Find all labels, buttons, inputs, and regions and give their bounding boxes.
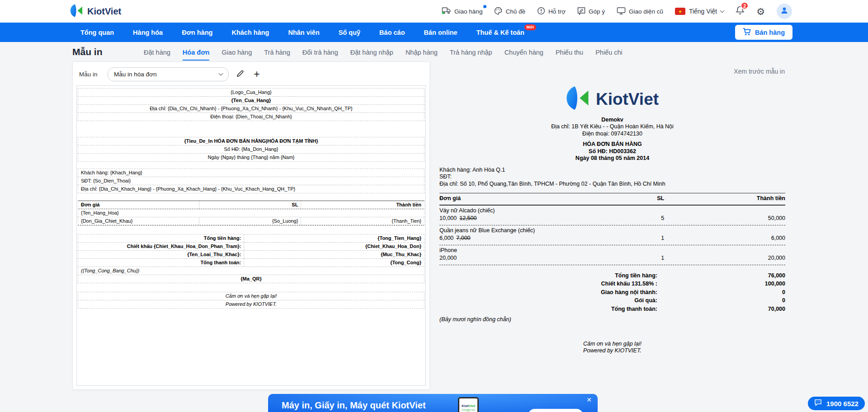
tab-trả-hàng-nhập[interactable]: Trả hàng nhập <box>450 44 492 61</box>
invoice-preview: KiotViet Demokv Địa chỉ: 1B Yết Kiêu - -… <box>439 85 785 355</box>
template-editor-card: Mẫu in Mẫu in hóa đơn + {Logo_Cua_Hang}{… <box>72 61 430 390</box>
preview-item-name: iPhone <box>439 245 785 255</box>
tab-trả-hàng[interactable]: Trả hàng <box>264 44 290 61</box>
header-link-delivery[interactable]: Giao hàng <box>442 7 482 16</box>
tab-giao-hàng[interactable]: Giao hàng <box>222 44 252 61</box>
template-cell[interactable]: Đơn giá <box>78 201 199 209</box>
template-cell[interactable]: Chiết khấu {Chiet_Khau_Hoa_Don_Phan_Tram… <box>78 243 244 250</box>
preview-thanks: Cảm ơn và hẹn gặp lại! <box>439 341 785 348</box>
tab-đặt-hàng[interactable]: Đặt hàng <box>144 44 170 61</box>
template-cell[interactable]: {Tong_Tien_Hang} <box>244 234 424 242</box>
notification-dot <box>483 5 486 8</box>
tab-đặt-hàng-nhập[interactable]: Đặt hàng nhập <box>350 44 393 61</box>
template-row[interactable]: Tổng tiền hàng:{Tong_Tien_Hang} <box>78 234 425 243</box>
template-cell[interactable]: {Thanh_Tien} <box>301 217 424 225</box>
preview-customer-address: Địa chỉ: Số 10, Phổ Quang,Tân Bình, TPHC… <box>439 181 785 188</box>
preview-label: Xem trước mẫu in <box>734 68 785 75</box>
template-row[interactable]: SĐT: {So_Dien_Thoai} <box>78 177 425 185</box>
banner-cta-button[interactable] <box>528 409 583 412</box>
language-selector[interactable]: ★ Tiếng Việt <box>675 8 724 15</box>
nav-item-orders[interactable]: Đơn hàng <box>182 29 212 36</box>
template-row[interactable]: Điện thoại: {Dien_Thoai_Chi_Nhanh} <box>78 112 425 121</box>
close-icon: ✕ <box>586 396 592 403</box>
chevron-down-icon <box>219 71 223 76</box>
vietnam-flag-icon: ★ <box>675 8 685 15</box>
notifications-button[interactable]: 2 <box>736 5 745 17</box>
template-select[interactable]: Mẫu in hóa đơn <box>108 67 229 81</box>
template-row[interactable]: {Ten_Hang_Hoa} <box>78 209 425 217</box>
template-row[interactable]: Ngày {Ngay} tháng {Thang} năm {Nam} <box>78 153 425 162</box>
template-row[interactable]: Cảm ơn và hẹn gặp lại! <box>78 292 425 300</box>
kiotviet-logo-icon <box>70 3 84 20</box>
template-row[interactable]: Powered by KIOTVIET. <box>78 300 425 309</box>
template-row[interactable]: Địa chỉ: {Dia_Chi_Khach_Hang} - {Phuong_… <box>78 185 425 193</box>
template-row[interactable]: {Logo_Cua_Hang} <box>78 88 425 97</box>
template-row[interactable]: {Ma_QR} <box>78 275 425 283</box>
kiotviet-wordmark: KiotViet <box>87 6 121 17</box>
new-badge: Mới <box>524 24 536 30</box>
kiotviet-logo-icon <box>566 85 591 113</box>
template-spacer <box>78 283 425 292</box>
template-row[interactable]: Khách hàng: {Khach_Hang} <box>78 169 425 177</box>
promo-banner: Máy in, Giấy in, Máy quét KiotViet KiotV… <box>268 394 598 412</box>
tabs: Đặt hàngHóa đơnGiao hàngTrả hàngĐổi trả … <box>144 44 623 61</box>
template-row[interactable]: {Tieu_De_In HÓA ĐƠN BÁN HÀNG|HÓA ĐƠN TẠM… <box>78 137 425 145</box>
template-cell[interactable]: Tổng thanh toán: <box>78 259 244 267</box>
template-row[interactable]: {Don_Gia_Chiet_Khau}{So_Luong}{Thanh_Tie… <box>78 217 425 225</box>
template-row[interactable]: Địa chỉ: {Dia_Chi_Chi_Nhanh} - {Phuong_X… <box>78 104 425 113</box>
template-cell[interactable]: {So_Luong} <box>199 217 302 225</box>
nav-item-customers[interactable]: Khách hàng <box>231 29 269 36</box>
support-phone-button[interactable]: 1900 6522 <box>808 397 865 410</box>
template-row[interactable]: Tổng thanh toán:{Tong_Cong} <box>78 258 425 267</box>
template-cell[interactable]: SL <box>199 201 302 209</box>
kiotviet-logo[interactable]: KiotViet <box>70 3 121 20</box>
template-cell[interactable]: {Tong_Cong} <box>244 259 424 267</box>
template-row[interactable]: Đơn giáSLThành tiền <box>78 201 425 209</box>
cart-icon <box>743 28 751 37</box>
preview-amount-words: (Bảy mươi nghìn đồng chẵn) <box>439 316 785 323</box>
nav-item-cashbook[interactable]: Sổ quỹ <box>339 29 360 36</box>
preview-total-row: Tổng thanh toán:70,000 <box>439 305 785 314</box>
banner-close-button[interactable]: ✕ <box>586 396 592 403</box>
template-cell[interactable]: {Muc_Thu_Khac} <box>244 251 424 258</box>
nav-item-tax[interactable]: Thuế & Kế toán Mới <box>476 29 524 36</box>
header-link-theme[interactable]: Chủ đề <box>494 7 525 16</box>
template-row[interactable]: {Ten_Cua_Hang} <box>78 96 425 105</box>
tab-nhập-hàng[interactable]: Nhập hàng <box>406 44 438 61</box>
template-cell[interactable]: {Ten_Loai_Thu_Khac}: <box>78 251 244 258</box>
settings-button[interactable]: ⚙ <box>756 7 765 16</box>
tab-phiếu-chi[interactable]: Phiếu chi <box>595 44 623 61</box>
template-cell[interactable]: {Don_Gia_Chiet_Khau} <box>78 217 199 225</box>
sell-button[interactable]: Bán hàng <box>735 25 793 40</box>
nav-item-staff[interactable]: Nhân viên <box>288 29 319 36</box>
nav-item-overview[interactable]: Tổng quan <box>80 29 114 36</box>
header-link-feedback[interactable]: Góp ý <box>577 7 605 16</box>
tab-chuyển-hàng[interactable]: Chuyển hàng <box>505 44 543 61</box>
nav-item-online[interactable]: Bán online <box>424 29 458 36</box>
user-icon <box>780 6 788 16</box>
template-row[interactable]: {Ten_Loai_Thu_Khac}:{Muc_Thu_Khac} <box>78 250 425 259</box>
template-row[interactable]: ({Tong_Cong_Bang_Chu}) <box>78 267 425 275</box>
template-cell[interactable]: Thành tiền <box>301 201 424 209</box>
tab-phiếu-thu[interactable]: Phiếu thu <box>556 44 583 61</box>
preview-item-name: Quần jeans nữ Blue Exchange (chiếc) <box>439 225 785 235</box>
header-link-support[interactable]: Hỗ trợ <box>537 7 566 16</box>
feedback-icon <box>577 7 585 16</box>
header-link-old-ui[interactable]: Giao diện cũ <box>617 7 663 16</box>
template-row[interactable]: Số HĐ: {Ma_Don_Hang} <box>78 145 425 154</box>
edit-template-button[interactable] <box>235 69 245 80</box>
nav-item-products[interactable]: Hàng hóa <box>133 29 163 36</box>
plus-icon: + <box>254 69 259 80</box>
template-cell[interactable]: {Chiet_Khau_Hoa_Don} <box>244 243 424 250</box>
tab-hóa-đơn[interactable]: Hóa đơn <box>183 44 209 61</box>
user-menu-button[interactable] <box>777 4 792 19</box>
nav-item-reports[interactable]: Báo cáo <box>379 29 405 36</box>
preview-item-row: 10,00012,500550,000 <box>439 215 785 225</box>
preview-store-logo: KiotViet <box>439 85 785 113</box>
add-template-button[interactable]: + <box>251 69 262 80</box>
tab-đổi-trả-hàng[interactable]: Đổi trả hàng <box>302 44 338 61</box>
template-row[interactable]: Chiết khấu {Chiet_Khau_Hoa_Don_Phan_Tram… <box>78 242 425 251</box>
truck-icon <box>442 7 451 16</box>
template-cell[interactable]: Tổng tiền hàng: <box>78 234 244 242</box>
chat-icon <box>814 399 823 408</box>
